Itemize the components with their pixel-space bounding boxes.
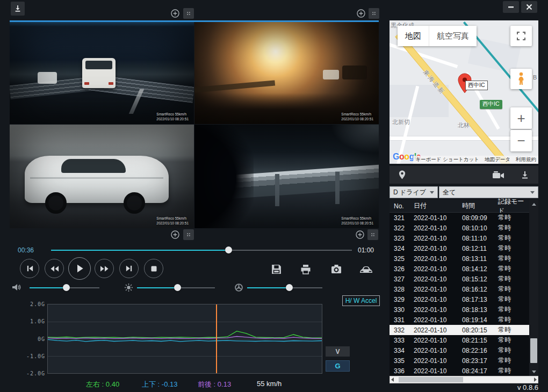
skip-end-button[interactable] [119,259,139,278]
zoom-plus-icon [356,9,366,18]
map-zoom-in-button[interactable]: + [510,107,532,129]
table-row[interactable]: 336 2022-01-10 08:24:17 常時 [390,366,529,376]
map-marker-label: 西中IC [465,81,488,90]
fullscreen-button-cam3[interactable] [183,229,194,240]
table-row[interactable]: 328 2022-01-10 08:16:12 常時 [390,284,529,294]
fast-forward-button[interactable] [95,259,114,278]
table-row[interactable]: 327 2022-01-10 08:15:12 常時 [390,274,529,284]
ytick-1g: 1.0G [15,318,45,324]
hw-accel-button[interactable]: H/ W Accel [342,295,380,306]
speed-thumb[interactable] [286,284,293,291]
progress-thumb[interactable] [225,246,232,253]
video-front-camera[interactable]: SmartReco 55km/h2022/01/10 08:20:51 [10,20,194,124]
speed-slider[interactable] [247,284,322,292]
video-mode-button[interactable]: V [326,346,350,357]
camera-select-button[interactable] [491,169,505,181]
snapshot-button[interactable] [329,262,343,276]
ytick-2g: 2.0G [15,301,45,307]
car-pillar-shadow [194,125,254,228]
print-button[interactable] [299,262,313,276]
scroll-down-button[interactable] [529,367,538,376]
play-button[interactable] [68,257,91,280]
chevron-down-icon [530,191,535,194]
scroll-left-button[interactable] [391,376,394,383]
zoom-in-button-cam3[interactable] [170,229,181,240]
map-tab-satellite[interactable]: 航空写真 [429,26,477,46]
white-car [25,156,169,203]
map-data-link[interactable]: 地図データ [485,156,510,163]
table-hscrollbar[interactable] [390,376,538,383]
vscroll-thumb[interactable] [530,338,537,363]
table-row[interactable]: 333 2022-01-10 08:21:15 常時 [390,335,529,345]
zoom-in-button-cam1[interactable] [170,8,181,19]
app-window: SmartReco 55km/h2022/01/10 08:20:51 Smar… [0,0,548,392]
fullscreen-icon [371,231,375,238]
table-row[interactable]: 326 2022-01-10 08:14:12 常時 [390,264,529,274]
table-row[interactable]: 321 2022-01-10 08:09:09 常時 [390,213,529,223]
video-left-camera[interactable]: SmartReco 55km/h2022/01/10 08:20:51 [10,125,194,228]
table-row[interactable]: 334 2022-01-10 08:22:16 常時 [390,345,529,355]
video-rear-camera[interactable]: SmartReco 55km/h2022/01/10 08:20:51 [194,20,379,124]
map-tab-map[interactable]: 地図 [398,26,429,46]
car-left [38,72,57,84]
table-row[interactable]: 330 2022-01-10 08:18:13 常時 [390,304,529,315]
skip-start-button[interactable] [20,259,39,278]
stop-button[interactable] [144,259,163,278]
gsensor-mode-button[interactable]: G [326,360,350,372]
save-button[interactable] [269,262,283,276]
zoom-in-button-cam4[interactable] [355,229,365,240]
scroll-up-button[interactable] [529,200,538,208]
show-route-pin-button[interactable] [396,169,408,181]
keyboard-shortcuts-link[interactable]: キーボード ショートカット [415,156,479,163]
table-header: No. 日付 時間 記録モード [390,200,529,213]
camera-icon [330,264,342,274]
map-attribution: キーボード ショートカット 地図データ 利用規約 [413,156,538,164]
video-overlay-text: SmartReco 55km/h2022/01/10 08:20:51 [341,216,373,226]
guardrail-post-3 [335,172,340,204]
map-zoom-out-button[interactable]: − [510,130,532,151]
table-row[interactable]: 335 2022-01-10 08:23:17 常時 [390,355,529,366]
video-overlay-text: SmartReco 55km/h2022/01/10 08:20:51 [341,112,373,122]
table-row[interactable]: 322 2022-01-10 08:10:10 常時 [390,223,529,233]
volume-thumb[interactable] [63,284,70,291]
brightness-thumb[interactable] [174,284,181,291]
table-row[interactable]: 329 2022-01-10 08:17:13 常時 [390,294,529,304]
export-download-button[interactable] [11,2,25,16]
brightness-slider[interactable] [137,284,215,292]
file-download-button[interactable] [519,169,531,181]
progress-slider[interactable] [51,246,352,254]
fullscreen-button-cam4[interactable] [367,229,378,240]
table-row[interactable]: 332 2022-01-10 08:20:15 常時 [390,325,529,335]
volume-slider[interactable] [30,284,99,292]
fullscreen-button-cam2[interactable] [369,8,379,19]
drive-select[interactable]: D ドライブ [390,186,438,198]
close-button[interactable] [521,1,537,13]
table-row[interactable]: 331 2022-01-10 08:19:14 常時 [390,315,529,325]
brightness-icon [124,283,133,294]
minimize-button[interactable] [503,1,519,13]
fullscreen-button-cam1[interactable] [183,8,194,19]
map-canvas[interactable]: 東海道新 黒金化成 北新切 北林 B 西中IC 西中IC 地図 航空写真 + −… [390,20,538,164]
guardrail-silhouette [194,80,275,92]
playback-speed-icon [234,283,243,294]
car-right-2 [323,70,339,79]
location-pin-icon [398,170,406,180]
table-row[interactable]: 324 2022-01-10 08:12:11 常時 [390,243,529,253]
video-right-camera[interactable]: SmartReco 55km/h2022/01/10 08:20:51 [194,125,379,228]
pegman-icon [517,72,525,86]
terms-link[interactable]: 利用規約 [516,156,536,163]
street-view-pegman-button[interactable] [510,69,532,89]
vehicle-view-button[interactable] [358,263,374,275]
table-row[interactable]: 325 2022-01-10 08:13:11 常時 [390,253,529,264]
volume-icon [11,283,21,294]
table-row[interactable]: 323 2022-01-10 08:11:10 常時 [390,233,529,243]
hscroll-thumb[interactable] [399,377,463,382]
zoom-in-button-cam2[interactable] [356,8,366,19]
table-vscrollbar[interactable] [529,200,538,376]
rewind-button[interactable] [45,259,64,278]
skip-start-icon [26,265,34,272]
map-fullscreen-button[interactable] [510,26,532,46]
gsensor-chart [47,304,322,374]
gsensor-plot-svg [48,304,322,373]
scroll-right-button[interactable] [534,376,537,383]
